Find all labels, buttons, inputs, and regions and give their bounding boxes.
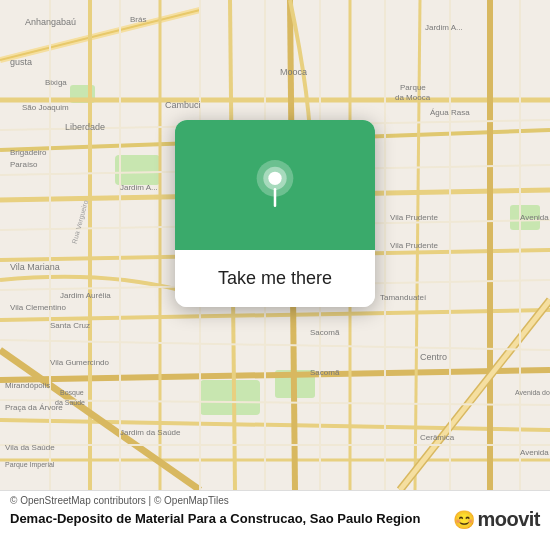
svg-point-82	[268, 172, 281, 185]
svg-text:Jardim da Saúde: Jardim da Saúde	[120, 428, 181, 437]
svg-text:Sacomã: Sacomã	[310, 328, 340, 337]
svg-text:Brigadeiro: Brigadeiro	[10, 148, 47, 157]
map-attribution: © OpenStreetMap contributors | © OpenMap…	[10, 495, 540, 506]
svg-text:Avenida: Avenida	[520, 448, 549, 457]
svg-text:Avenida do Estado: Avenida do Estado	[515, 389, 550, 396]
svg-text:Centro: Centro	[420, 352, 447, 362]
svg-text:Tamanduateí: Tamanduateí	[380, 293, 427, 302]
svg-text:Anhangabaú: Anhangabaú	[25, 17, 76, 27]
svg-text:São Joaquim: São Joaquim	[22, 103, 69, 112]
svg-text:Cambuci: Cambuci	[165, 100, 201, 110]
svg-text:Paraíso: Paraíso	[10, 160, 38, 169]
place-name: Demac-Deposito de Material Para a Constr…	[10, 511, 453, 528]
svg-text:Jardim A...: Jardim A...	[120, 183, 158, 192]
svg-text:da Mooca: da Mooca	[395, 93, 431, 102]
svg-text:Vila Prudente: Vila Prudente	[390, 213, 438, 222]
moovit-logo-text: moovit	[477, 508, 540, 531]
location-card: Take me there	[175, 120, 375, 307]
svg-text:Bosque: Bosque	[60, 389, 84, 397]
svg-text:Bixiga: Bixiga	[45, 78, 67, 87]
moovit-logo: 😊 moovit	[453, 508, 540, 531]
location-pin-icon	[250, 160, 300, 210]
svg-text:Água Rasa: Água Rasa	[430, 108, 470, 117]
svg-rect-4	[200, 380, 260, 415]
card-header	[175, 120, 375, 250]
svg-text:Avenida: Avenida	[520, 213, 549, 222]
moovit-emoji: 😊	[453, 509, 475, 531]
svg-text:Parque Imperial: Parque Imperial	[5, 461, 55, 469]
svg-text:Sacomã: Sacomã	[310, 368, 340, 377]
take-me-there-button[interactable]: Take me there	[175, 250, 375, 307]
svg-text:Santa Cruz: Santa Cruz	[50, 321, 90, 330]
svg-text:Vila Mariana: Vila Mariana	[10, 262, 60, 272]
map-container: Anhangabaú Brás Jardim A... gusta Bixiga…	[0, 0, 550, 490]
svg-text:Parque: Parque	[400, 83, 426, 92]
svg-text:Cerâmica: Cerâmica	[420, 433, 455, 442]
svg-text:Vila Prudente: Vila Prudente	[390, 241, 438, 250]
svg-text:Vila da Saúde: Vila da Saúde	[5, 443, 55, 452]
svg-text:Vila Clementino: Vila Clementino	[10, 303, 66, 312]
bottom-info-bar: © OpenStreetMap contributors | © OpenMap…	[0, 490, 550, 550]
svg-text:Liberdade: Liberdade	[65, 122, 105, 132]
svg-text:Mooca: Mooca	[280, 67, 307, 77]
svg-text:Mirandópolis: Mirandópolis	[5, 381, 50, 390]
svg-text:Jardim A...: Jardim A...	[425, 23, 463, 32]
svg-text:Brás: Brás	[130, 15, 146, 24]
svg-text:Praça da Árvore: Praça da Árvore	[5, 403, 63, 412]
svg-text:Vila Gumercindo: Vila Gumercindo	[50, 358, 110, 367]
place-info-row: Demac-Deposito de Material Para a Constr…	[10, 508, 540, 531]
svg-text:gusta: gusta	[10, 57, 32, 67]
svg-text:Jardim Aurélia: Jardim Aurélia	[60, 291, 111, 300]
svg-rect-1	[115, 155, 160, 185]
